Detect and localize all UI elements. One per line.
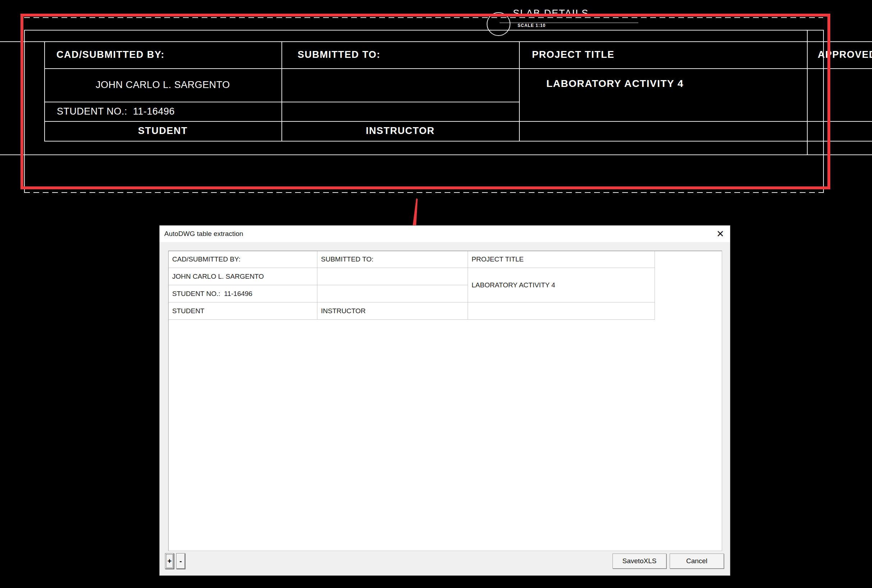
- zoom-out-button[interactable]: -: [176, 553, 185, 569]
- zoom-in-button[interactable]: +: [165, 553, 174, 569]
- grid-cell-r2c1[interactable]: JOHN CARLO L. SARGENTO: [168, 268, 317, 285]
- highlight-rectangle: [21, 14, 830, 189]
- dialog-titlebar[interactable]: AutoDWG table extraction ✕: [159, 226, 730, 242]
- cancel-button[interactable]: Cancel: [670, 554, 724, 568]
- grid-cell-r4c1[interactable]: STUDENT: [168, 303, 317, 320]
- dialog-title: AutoDWG table extraction: [164, 226, 244, 242]
- grid-cell-r23c3-merged[interactable]: LABORATORY ACTIVITY 4: [468, 268, 655, 303]
- grid-cell-r1c2[interactable]: SUBMITTED TO:: [317, 251, 468, 268]
- grid-cell-r3c1[interactable]: STUDENT NO.: 11-16496: [168, 285, 317, 303]
- extracted-table-area[interactable]: CAD/SUBMITTED BY: SUBMITTED TO: PROJECT …: [168, 251, 722, 551]
- grid-cell-r1c1[interactable]: CAD/SUBMITTED BY:: [168, 251, 317, 268]
- grid-cell-r1c3[interactable]: PROJECT TITLE: [468, 251, 655, 268]
- save-to-xls-button[interactable]: SavetoXLS: [612, 554, 666, 568]
- grid-cell-r4c3[interactable]: [468, 303, 655, 320]
- grid-cell-r2c2[interactable]: [317, 268, 468, 285]
- grid-cell-r3c2[interactable]: [317, 285, 468, 303]
- grid-cell-r4c2[interactable]: INSTRUCTOR: [317, 303, 468, 320]
- sheet-border-bottom-dashed: [24, 192, 823, 193]
- close-icon[interactable]: ✕: [714, 227, 727, 241]
- autodwg-dialog: AutoDWG table extraction ✕ CAD/SUBMITTED…: [159, 225, 731, 576]
